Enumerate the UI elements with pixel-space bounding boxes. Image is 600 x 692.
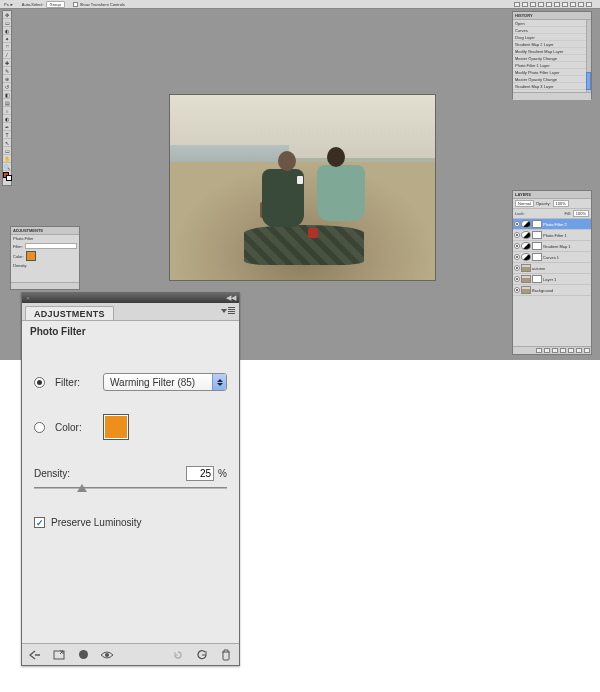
layer-name[interactable]: Background bbox=[532, 288, 590, 293]
layer-thumb[interactable] bbox=[521, 264, 531, 272]
layer-name[interactable]: autumn bbox=[532, 266, 590, 271]
history-item[interactable]: Photo Filter 2 Layer bbox=[513, 90, 591, 92]
history-scrollbar-thumb[interactable] bbox=[586, 72, 591, 90]
zoom-tool[interactable]: 🔍 bbox=[3, 163, 11, 171]
heal-tool[interactable]: ✚ bbox=[3, 59, 11, 67]
new-layer-button[interactable] bbox=[576, 348, 582, 353]
layers-panel[interactable]: LAYERS Normal Opacity: 100% Lock: Fill: … bbox=[512, 190, 592, 355]
layer-mask-button[interactable] bbox=[552, 348, 558, 353]
opacity-field[interactable]: 100% bbox=[553, 200, 569, 207]
layer-thumb[interactable] bbox=[521, 220, 531, 228]
history-item[interactable]: Curves bbox=[513, 27, 591, 34]
auto-select-dropdown[interactable]: Group bbox=[46, 1, 65, 8]
hand-tool[interactable]: ✋ bbox=[3, 155, 11, 163]
delete-layer-button[interactable] bbox=[584, 348, 590, 353]
layer-thumb[interactable] bbox=[521, 275, 531, 283]
align-button[interactable] bbox=[546, 2, 552, 7]
blend-mode-dropdown[interactable]: Normal bbox=[515, 200, 534, 207]
background-color[interactable] bbox=[6, 175, 12, 181]
adjustments-panel[interactable]: ◀◀ ADJUSTMENTS Photo Filter Filter: Warm… bbox=[21, 292, 240, 666]
eraser-tool[interactable]: ◧ bbox=[3, 91, 11, 99]
visibility-icon[interactable] bbox=[514, 221, 520, 227]
adjustment-layer-button[interactable] bbox=[560, 348, 566, 353]
document-canvas[interactable] bbox=[170, 95, 435, 280]
layer-name[interactable]: Curves 1 bbox=[543, 255, 590, 260]
slider-handle[interactable] bbox=[77, 484, 87, 492]
layer-thumb[interactable] bbox=[521, 253, 531, 261]
visibility-icon[interactable] bbox=[100, 648, 114, 662]
align-button[interactable] bbox=[586, 2, 592, 7]
type-tool[interactable]: T bbox=[3, 131, 11, 139]
brush-tool[interactable]: ✎ bbox=[3, 67, 11, 75]
mini-filter-dropdown[interactable] bbox=[25, 243, 77, 249]
color-radio[interactable] bbox=[34, 422, 45, 433]
close-icon[interactable] bbox=[26, 296, 30, 300]
color-swatches[interactable] bbox=[3, 171, 11, 185]
layer-row[interactable]: Curves 1 bbox=[513, 252, 591, 263]
history-item[interactable]: Modify Photo Filter Layer bbox=[513, 69, 591, 76]
layer-mask-thumb[interactable] bbox=[532, 275, 542, 283]
layer-name[interactable]: Photo Filter 1 bbox=[543, 233, 590, 238]
filter-radio[interactable] bbox=[34, 377, 45, 388]
path-tool[interactable]: ↖ bbox=[3, 139, 11, 147]
layer-mask-thumb[interactable] bbox=[532, 242, 542, 250]
trash-icon[interactable] bbox=[219, 648, 233, 662]
layers-tab[interactable]: LAYERS bbox=[515, 192, 531, 197]
history-item[interactable]: Gradient Map 2 Layer bbox=[513, 41, 591, 48]
clip-to-layer-icon[interactable] bbox=[76, 648, 90, 662]
show-transform-checkbox[interactable] bbox=[73, 2, 78, 7]
dodge-tool[interactable]: ◐ bbox=[3, 115, 11, 123]
visibility-icon[interactable] bbox=[514, 243, 520, 249]
previous-state-icon[interactable] bbox=[171, 648, 185, 662]
layer-mask-thumb[interactable] bbox=[532, 253, 542, 261]
history-item[interactable]: Gradient Map 3 Layer bbox=[513, 83, 591, 90]
visibility-icon[interactable] bbox=[514, 265, 520, 271]
history-tab[interactable]: HISTORY bbox=[515, 13, 533, 18]
history-item[interactable]: Photo Filter 1 Layer bbox=[513, 62, 591, 69]
pen-tool[interactable]: ✒ bbox=[3, 123, 11, 131]
layer-thumb[interactable] bbox=[521, 286, 531, 294]
align-button[interactable] bbox=[554, 2, 560, 7]
history-item[interactable]: Open bbox=[513, 20, 591, 27]
layer-row[interactable]: Background bbox=[513, 285, 591, 296]
fill-field[interactable]: 100% bbox=[573, 210, 589, 217]
align-button[interactable] bbox=[570, 2, 576, 7]
align-button[interactable] bbox=[578, 2, 584, 7]
layer-name[interactable]: Layer 1 bbox=[543, 277, 590, 282]
reset-icon[interactable] bbox=[195, 648, 209, 662]
panel-menu-icon[interactable] bbox=[221, 306, 235, 316]
layer-fx-button[interactable] bbox=[544, 348, 550, 353]
move-tool[interactable]: ✥ bbox=[3, 11, 11, 19]
visibility-icon[interactable] bbox=[514, 287, 520, 293]
mini-adjustments-panel[interactable]: ADJUSTMENTS Photo Filter Filter: Color: … bbox=[10, 226, 80, 290]
color-swatch[interactable] bbox=[103, 414, 129, 440]
align-button[interactable] bbox=[530, 2, 536, 7]
collapse-icon[interactable]: ◀◀ bbox=[226, 294, 236, 302]
layer-row[interactable]: autumn bbox=[513, 263, 591, 274]
layer-row[interactable]: Photo Filter 1 bbox=[513, 230, 591, 241]
gradient-tool[interactable]: ▤ bbox=[3, 99, 11, 107]
layer-mask-thumb[interactable] bbox=[532, 231, 542, 239]
density-slider[interactable] bbox=[34, 485, 227, 497]
visibility-icon[interactable] bbox=[514, 254, 520, 260]
history-list[interactable]: Open Curves Drag Layer Gradient Map 2 La… bbox=[513, 20, 591, 92]
preserve-luminosity-checkbox[interactable]: ✓ bbox=[34, 517, 45, 528]
history-item[interactable]: Modify Gradient Map Layer bbox=[513, 48, 591, 55]
blur-tool[interactable]: ○ bbox=[3, 107, 11, 115]
panel-titlebar[interactable]: ◀◀ bbox=[22, 293, 239, 303]
mini-adjustments-tab[interactable]: ADJUSTMENTS bbox=[11, 227, 79, 235]
filter-dropdown[interactable]: Warming Filter (85) bbox=[103, 373, 227, 391]
align-button[interactable] bbox=[522, 2, 528, 7]
history-item[interactable]: Master Opacity Change bbox=[513, 76, 591, 83]
expand-icon[interactable] bbox=[52, 648, 66, 662]
density-input[interactable] bbox=[186, 466, 214, 481]
history-brush-tool[interactable]: ↺ bbox=[3, 83, 11, 91]
history-item[interactable]: Drag Layer bbox=[513, 34, 591, 41]
visibility-icon[interactable] bbox=[514, 276, 520, 282]
crop-tool[interactable]: ⌗ bbox=[3, 43, 11, 51]
layer-row[interactable]: Gradient Map 1 bbox=[513, 241, 591, 252]
marquee-tool[interactable]: ▭ bbox=[3, 19, 11, 27]
layer-thumb[interactable] bbox=[521, 231, 531, 239]
back-icon[interactable] bbox=[28, 648, 42, 662]
adjustments-tab[interactable]: ADJUSTMENTS bbox=[25, 306, 114, 320]
